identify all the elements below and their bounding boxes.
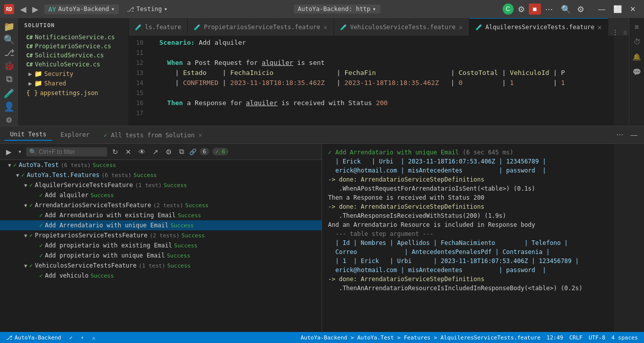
- output-line-5: .WhenAPostRequestForArrendatarioIsSent(<…: [328, 184, 638, 193]
- statusbar-indent[interactable]: 4 spaces: [609, 334, 640, 341]
- test-meta: (6 tests): [61, 162, 91, 168]
- activity-accounts[interactable]: 👤: [1, 101, 17, 113]
- tree-item-shared[interactable]: ▶ 📁 Shared: [18, 78, 128, 88]
- test-item-propietario-unique[interactable]: ✓ Add propietario with unique Email Succ…: [0, 250, 321, 261]
- test-status-label: Success: [182, 232, 205, 239]
- statusbar-breadcrumb[interactable]: AutoYa-Backend > AutoYa.Test > Features …: [298, 334, 542, 341]
- notifications-icon[interactable]: 🔔: [630, 50, 643, 63]
- search-button[interactable]: 🔍: [559, 3, 573, 16]
- tab-4[interactable]: 🧪 AlquileresServiceTests.feature ✕: [469, 18, 608, 36]
- cancel-button[interactable]: ✕: [123, 147, 133, 157]
- titlebar-center: AutoYa-Backend: http ▾: [176, 5, 499, 14]
- panel-collapse-button[interactable]: —: [628, 129, 640, 140]
- tree-item-notificacion[interactable]: C# NotificacionService.cs: [18, 33, 128, 42]
- test-item-root[interactable]: ▼ ✓ AutoYa.Test (6 tests) Success: [0, 160, 321, 170]
- test-item-propietarios-feature[interactable]: ▼ ✓ PropietariosServiceTestsFeature (2 t…: [0, 230, 321, 240]
- test-item-arrendatario-existing[interactable]: ✓ Add Arrendatario with existing Email S…: [0, 210, 321, 220]
- gear-button[interactable]: ⚙: [575, 3, 586, 16]
- activity-git[interactable]: ⎇: [1, 47, 17, 59]
- minimize-button[interactable]: —: [594, 3, 609, 15]
- search-input[interactable]: [39, 148, 104, 155]
- panel-tab-explorer[interactable]: Explorer: [54, 129, 96, 140]
- test-status-icon: ✓: [39, 192, 43, 199]
- back-button[interactable]: ◀: [18, 4, 28, 15]
- activity-extensions[interactable]: ⧉: [1, 73, 17, 85]
- tab-2[interactable]: 🧪 PropietariosServiceTests.feature ✕: [188, 18, 334, 36]
- statusbar-crlf[interactable]: CRLF: [567, 334, 585, 341]
- chat-icon[interactable]: 💬: [630, 65, 643, 78]
- test-status-label: Success: [168, 263, 191, 269]
- statusbar-warning[interactable]: ⚠: [90, 334, 98, 341]
- test-status-icon: ✓: [39, 222, 43, 229]
- code-line-13: 13 | Estado | FechaInicio | FechaFin | C…: [129, 68, 629, 78]
- more-button[interactable]: ⋯: [543, 3, 555, 16]
- line-number: 14: [129, 78, 151, 88]
- activity-settings[interactable]: ⚙: [1, 114, 17, 126]
- test-item-add-alquiler[interactable]: ✓ Add alquiler Success: [0, 190, 321, 200]
- output-line-3: erick@hotmail.com | misAntecedentes | pa…: [328, 166, 638, 175]
- timeline-icon[interactable]: ⏱: [630, 35, 643, 48]
- tree-item-solicitud[interactable]: C# SolicitudService.cs: [18, 51, 128, 60]
- tree-item-security[interactable]: ▶ 📁 Security: [18, 69, 128, 78]
- panel-tab-label: Explorer: [60, 131, 90, 138]
- activity-testing[interactable]: 🧪: [1, 87, 17, 99]
- test-status-icon: ✓: [13, 161, 17, 168]
- test-item-alquiler-feature[interactable]: ▼ ✓ AlquilerServiceTestsFeature (1 test)…: [0, 180, 321, 190]
- test-item-arrendatarios-feature[interactable]: ▼ ✓ ArrendatariosServiceTestsFeature (2 …: [0, 200, 321, 210]
- close-button[interactable]: ✕: [626, 3, 640, 15]
- panel-more-button[interactable]: ⋯: [614, 129, 626, 140]
- statusbar-sync[interactable]: ⚡: [78, 334, 86, 341]
- tree-item-vehiculo[interactable]: C# VehiculoService.cs: [18, 60, 128, 69]
- copilot-button[interactable]: C: [503, 4, 514, 15]
- search-box[interactable]: 🔍: [26, 147, 107, 156]
- check-icon: ✓: [69, 334, 73, 341]
- settings-button[interactable]: ⚙: [516, 3, 527, 16]
- tab-icon: 🧪: [340, 24, 347, 31]
- project-selector[interactable]: AY AutoYa-Backend ▾: [44, 5, 119, 14]
- test-item-features[interactable]: ▼ ✓ AutoYa.Test.Features (6 tests) Succe…: [0, 170, 321, 180]
- tab-close[interactable]: ✕: [323, 23, 327, 31]
- statusbar-git[interactable]: ⎇ AutoYa-Backend: [4, 334, 63, 341]
- tab-close[interactable]: ✕: [598, 23, 602, 31]
- run-dropdown[interactable]: ▾: [17, 148, 23, 155]
- git-icon: ⎇: [6, 334, 13, 341]
- watch-button[interactable]: 👁: [136, 147, 147, 157]
- testing-selector[interactable]: ⎇ Testing ▾: [123, 5, 172, 14]
- stop-button[interactable]: ■: [529, 4, 541, 15]
- activity-explorer[interactable]: 📁: [1, 20, 17, 32]
- minimap: [614, 36, 629, 126]
- panel-tab-all-tests[interactable]: ✓ All tests from Solution ✕: [98, 129, 208, 141]
- test-item-arrendatario-unique[interactable]: ✓ Add Arrendatario with unique Email Suc…: [0, 220, 321, 230]
- test-item-vehiculos-feature[interactable]: ▼ ✓ VehiculosServiceTestsFeature (1 test…: [0, 261, 321, 271]
- output-line-4: -> done: ArrendatarioServiceStepDefiniti…: [328, 175, 638, 184]
- settings-button[interactable]: ⚙: [164, 147, 174, 157]
- statusbar-charset[interactable]: UTF-8: [587, 334, 607, 341]
- run-all-button[interactable]: ▶: [4, 147, 14, 157]
- activity-search[interactable]: 🔍: [1, 33, 17, 45]
- statusbar-check[interactable]: ✓: [67, 334, 75, 341]
- tree-label: NotificacionService.cs: [35, 34, 115, 41]
- check-icon: ✓: [104, 132, 107, 139]
- output-line-1: ✓ Add Arrendatario with unique Email (6 …: [328, 148, 638, 157]
- tab-3[interactable]: 🧪 VehiculosServiceTests.feature ✕: [334, 18, 469, 36]
- panel-tab-unit-tests[interactable]: Unit Tests: [4, 129, 52, 141]
- test-item-propietario-existing[interactable]: ✓ Add propietario with existing Email Su…: [0, 240, 321, 250]
- maximize-button[interactable]: ⬜: [609, 3, 626, 15]
- outline-icon[interactable]: ≡: [630, 20, 643, 33]
- test-arrow: ▼: [22, 263, 29, 269]
- forward-button[interactable]: ▶: [30, 4, 40, 15]
- test-item-add-vehiculo[interactable]: ✓ Add vehiculo Success: [0, 271, 321, 281]
- tree-item-appsettings[interactable]: { } appsettings.json: [18, 88, 128, 98]
- tab-close[interactable]: ✕: [458, 23, 462, 31]
- output-line-8: .ThenAResponseIsReceivedWithStatus(200) …: [328, 211, 638, 220]
- panel-tab-close[interactable]: ✕: [198, 131, 202, 139]
- line-number: 12: [129, 58, 151, 67]
- tree-item-propietario[interactable]: C# PropietarioService.cs: [18, 42, 128, 51]
- activity-debug[interactable]: 🐞: [1, 60, 17, 72]
- refresh-button[interactable]: ↻: [110, 147, 120, 157]
- group-button[interactable]: ⧉: [177, 146, 186, 157]
- server-selector[interactable]: AutoYa-Backend: http ▾: [294, 5, 380, 14]
- tab-1[interactable]: 🧪 ls.feature: [129, 18, 188, 36]
- server-label: AutoYa-Backend: http: [298, 6, 371, 13]
- export-button[interactable]: ↗: [150, 147, 160, 157]
